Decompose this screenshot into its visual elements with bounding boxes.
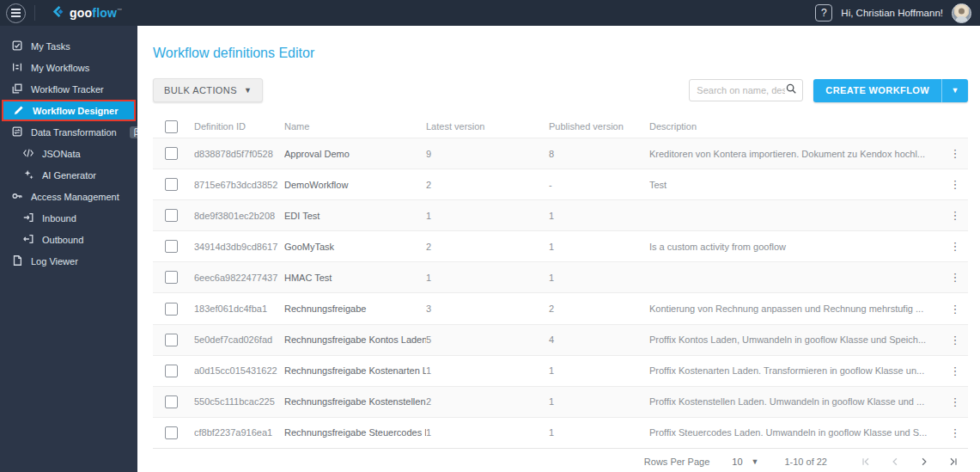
next-page-button[interactable] [910,451,939,472]
table-row[interactable]: 34914d3db9cd8617 GooMyTask 2 1 Is a cust… [153,230,968,261]
description-cell: Kreditoren von Kontera importieren. Doku… [649,149,942,159]
sidebar-item-access-management[interactable]: Access Management [0,186,137,207]
column-header-definition-id: Definition ID [194,121,284,132]
published-version-cell: 1 [549,211,649,221]
sidebar-item-label: Workflow Designer [33,106,118,116]
sidebar-item-log-viewer[interactable]: Log Viewer [0,250,137,272]
pagination-bar: Rows Per Page 10 ▼ 1-10 of 22 [153,448,968,472]
first-page-button[interactable] [851,451,880,472]
definition-id-cell: 183ef061dc4fba1 [194,303,284,314]
published-version-cell: 1 [549,396,649,407]
sidebar-item-workflow-designer[interactable]: Workflow Designer [2,100,136,121]
table-row[interactable]: 8de9f3801ec2b208 EDI Test 1 1 ⋮ [153,199,968,230]
row-menu-button[interactable]: ⋮ [947,395,965,409]
published-version-cell: 1 [549,242,649,252]
rows-per-page-value: 10 [732,457,742,467]
bulk-actions-button[interactable]: BULK ACTIONS ▼ [153,78,263,102]
table-row[interactable]: a0d15cc015431622 Rechnungsfreigabe Koste… [153,355,968,386]
row-checkbox[interactable] [165,209,178,222]
row-menu-button[interactable]: ⋮ [947,270,965,285]
description-cell: Proffix Kostenstellen Laden. Umwandeln i… [649,396,942,407]
latest-version-cell: 3 [426,303,549,314]
select-all-checkbox[interactable] [165,120,178,133]
sidebar-item-outbound[interactable]: Outbound [0,229,137,250]
table-body: d838878d5f7f0528 Approval Demo 9 8 Kredi… [153,138,968,448]
hamburger-menu-icon[interactable] [6,3,26,23]
inbound-icon [22,211,34,225]
create-workflow-dropdown-button[interactable]: ▼ [942,86,968,95]
search-input[interactable] [697,85,785,95]
row-menu-button[interactable]: ⋮ [947,302,965,316]
name-cell: Rechnungsfreigabe Steuercodes Laden [284,427,426,438]
row-menu-button[interactable]: ⋮ [947,177,965,192]
sidebar-item-inbound[interactable]: Inbound [0,207,137,229]
rows-per-page-select[interactable]: 10 ▼ [732,457,758,467]
rows-per-page-label: Rows Per Page [644,457,709,467]
table-row[interactable]: 6eec6a9822477437 HMAC Test 1 1 ⋮ [153,261,968,292]
transform-icon [11,126,23,139]
row-menu-button[interactable]: ⋮ [947,426,965,440]
row-menu-button[interactable]: ⋮ [947,364,965,378]
tasks-icon [11,40,23,53]
table-row[interactable]: cf8bf2237a916ea1 Rechnungsfreigabe Steue… [153,417,968,448]
column-header-latest-version: Latest version [426,121,549,132]
published-version-cell: 1 [549,273,649,283]
sidebar-item-ai-generator[interactable]: AI Generator [0,164,137,186]
user-avatar[interactable] [952,3,971,23]
table-row[interactable]: 550c5c111bcac225 Rechnungsfreigabe Koste… [153,386,968,417]
row-checkbox[interactable] [165,334,178,346]
sidebar-item-data-transformation[interactable]: Data Transformation β [0,121,137,143]
published-version-cell: - [549,180,649,190]
description-cell: Test [649,180,942,190]
logo-text: gooflow™ [70,6,122,20]
sidebar-item-jsonata[interactable]: JSONata [0,143,137,164]
search-icon[interactable] [785,83,797,98]
chevron-down-icon: ▼ [752,457,759,466]
row-checkbox[interactable] [165,240,178,253]
row-checkbox[interactable] [165,365,178,377]
row-checkbox[interactable] [165,426,178,439]
row-checkbox[interactable] [165,395,178,408]
row-checkbox[interactable] [165,303,178,316]
help-button[interactable]: ? [815,4,832,21]
row-checkbox[interactable] [165,178,178,191]
previous-page-button[interactable] [880,451,910,472]
pen-icon [13,104,25,118]
row-menu-button[interactable]: ⋮ [947,146,965,161]
sidebar-item-label: Inbound [42,213,76,224]
sidebar-item-label: AI Generator [42,170,96,181]
sidebar-item-my-workflows[interactable]: My Workflows [0,57,137,78]
name-cell: Rechnungsfreigabe Kostenarten Laden [284,365,426,376]
table-row[interactable]: d838878d5f7f0528 Approval Demo 9 8 Kredi… [153,138,968,169]
definition-id-cell: 5e0def7cad026fad [194,334,284,345]
row-checkbox[interactable] [165,147,178,160]
gooflow-logo-icon [52,5,64,21]
sidebar-item-my-tasks[interactable]: My Tasks [0,35,137,57]
table-header: Definition ID Name Latest version Publis… [153,115,968,138]
latest-version-cell: 5 [426,334,549,345]
table-row[interactable]: 183ef061dc4fba1 Rechnungsfreigabe 3 2 Ko… [153,292,968,323]
table-row[interactable]: 5e0def7cad026fad Rechnungsfreigabe Konto… [153,324,968,355]
row-checkbox[interactable] [165,271,178,284]
topbar-divider [34,5,35,21]
published-version-cell: 1 [549,427,649,438]
create-workflow-button[interactable]: CREATE WORKFLOW [813,85,941,95]
search-box[interactable] [689,79,803,101]
table-row[interactable]: 8715e67b3dcd3852 DemoWorkflow 2 - Test ⋮ [153,169,968,199]
sidebar-item-label: Outbound [42,235,83,245]
tracker-icon [11,83,23,96]
last-page-button[interactable] [939,451,968,472]
gooflow-logo: gooflow™ [52,5,122,21]
row-menu-button[interactable]: ⋮ [947,239,965,254]
row-menu-button[interactable]: ⋮ [947,333,965,347]
published-version-cell: 2 [549,303,649,314]
row-menu-button[interactable]: ⋮ [947,208,965,223]
latest-version-cell: 2 [426,242,549,252]
name-cell: EDI Test [284,211,426,221]
user-greeting: Hi, Christian Hoffmann! [841,8,943,18]
sidebar-item-workflow-tracker[interactable]: Workflow Tracker [0,78,137,100]
latest-version-cell: 2 [426,396,549,407]
name-cell: Rechnungsfreigabe Kostenstellen Laden [284,396,426,407]
name-cell: Approval Demo [284,149,426,159]
latest-version-cell: 1 [426,211,549,221]
